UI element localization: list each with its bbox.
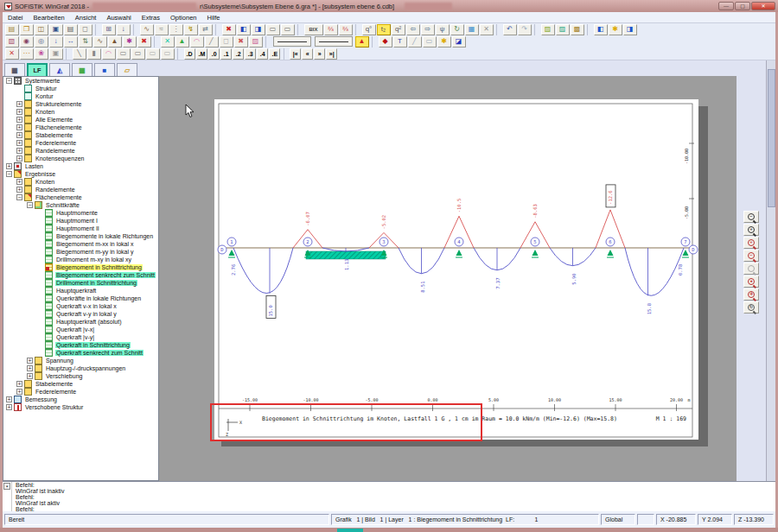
palette-c-button[interactable]: ▩ (571, 24, 584, 35)
frame-b-button[interactable]: ▭ (281, 24, 295, 35)
menu-datei[interactable]: Datei (3, 14, 29, 22)
tab-print[interactable]: ▦ (4, 63, 25, 76)
nav-button-3[interactable]: »| (326, 48, 337, 60)
redraw-button[interactable]: ↻ (743, 301, 759, 314)
section-force-q-button[interactable]: q° (362, 24, 376, 35)
section-moment-button[interactable]: t₂ (377, 24, 391, 35)
regen-button[interactable]: ↻ (450, 24, 464, 35)
layer-digit-button-D[interactable]: .D (184, 48, 195, 60)
tree-item[interactable]: +Randelemente (3, 186, 158, 193)
frame-a-button[interactable]: ▭ (266, 24, 280, 35)
tree-item[interactable]: Drillmoment m-xy in lokal xy (3, 256, 158, 263)
zoom-previous-button[interactable] (743, 263, 759, 275)
expand-icon[interactable]: + (16, 155, 22, 162)
diag-line-button[interactable]: ╱ (205, 36, 219, 48)
tab-lf[interactable]: LF (27, 63, 48, 76)
section-force-q2-button[interactable]: q² (392, 24, 405, 35)
fit-width-button[interactable]: ↔ (64, 36, 78, 48)
tree-item[interactable]: +Knoten (3, 178, 158, 186)
expand-icon[interactable]: + (16, 117, 22, 123)
scale-66a-button[interactable]: ⅔ (324, 24, 338, 35)
expand-icon[interactable]: + (16, 132, 22, 138)
draw-line-button[interactable]: ╱ (408, 36, 422, 48)
tree-item[interactable]: +Strukturelemente (3, 100, 158, 108)
tree-item[interactable]: Biegemomente in lokale Richtungen (3, 232, 158, 240)
expand-icon[interactable]: + (16, 148, 22, 154)
tree-item[interactable]: +Federelemente (3, 139, 158, 147)
palette-a-button[interactable]: ▨ (541, 24, 555, 35)
print-button[interactable]: ▤ (64, 24, 78, 35)
expand-icon[interactable]: + (16, 179, 22, 185)
scale-66b-button[interactable]: ⅔ (339, 24, 353, 35)
renumber-button[interactable]: ⇅ (79, 36, 92, 48)
menu-bearbeiten[interactable]: Bearbeiten (29, 14, 70, 22)
move-down-button[interactable]: ↓ (49, 36, 63, 48)
help-blue-button[interactable]: ◨ (623, 24, 637, 35)
layer-digit-button-2[interactable]: .2 (233, 48, 244, 60)
select-none-button[interactable]: ✕ (5, 48, 19, 60)
tree-item[interactable]: +Hauptzug-/-druckspannungen (3, 364, 158, 372)
tree-item[interactable]: Hauptmoment II (3, 225, 158, 232)
select-area-button[interactable]: ▧ (5, 36, 19, 48)
anchor-tool-button[interactable]: ψ (436, 24, 450, 35)
tree-item[interactable]: Kontur (3, 92, 158, 100)
view-solid-button[interactable]: ◧ (237, 24, 251, 35)
rect-d-button[interactable]: ▭ (161, 48, 175, 60)
zoom-pan-button[interactable]: ✛ (743, 288, 759, 301)
flower-select-button[interactable]: ❀ (35, 48, 48, 60)
expand-icon[interactable]: + (16, 109, 22, 115)
polyline-button[interactable]: ∿ (140, 24, 154, 35)
save-button[interactable]: ▣ (49, 24, 63, 35)
line-diag-button[interactable]: ╲ (73, 48, 86, 60)
curve-tool-button[interactable]: ∿ (93, 36, 107, 48)
line-style-sample-button[interactable] (273, 36, 311, 47)
zoom-doc-button[interactable]: ◉ (20, 36, 34, 48)
tree-item[interactable]: +Stabelemente (3, 380, 158, 388)
expand-icon[interactable]: + (27, 373, 33, 379)
expand-icon[interactable]: + (16, 140, 22, 146)
delete-view-button[interactable]: ✖ (137, 36, 151, 48)
tree-item[interactable]: +Verschiebung (3, 372, 158, 380)
tab-folder[interactable]: ▱ (117, 63, 137, 76)
star-gold-button[interactable]: ✱ (609, 24, 622, 35)
tree-item[interactable]: +Stabelemente (3, 131, 158, 139)
tab-results[interactable]: ◭ (49, 63, 70, 76)
print-preview-button[interactable]: ◻ (79, 24, 92, 35)
zoom-page-button[interactable]: ◎ (35, 36, 48, 48)
layer-digit-button-3[interactable]: .3 (245, 48, 256, 60)
tree-item[interactable]: Querkraft senkrecht zum Schnitt (3, 349, 158, 357)
tree-item[interactable]: Biegemoment in Schnittrichtung (3, 263, 158, 271)
minimize-button[interactable]: — (718, 2, 734, 10)
tree-item[interactable]: +Lasten (3, 162, 158, 170)
tree-item[interactable]: Querkraft |v-y| (3, 333, 158, 341)
tree-item[interactable]: Biegemoment m-xx in lokal x (3, 240, 158, 248)
spline-button[interactable]: ≈ (155, 24, 169, 35)
nav-button-2[interactable]: » (314, 48, 325, 60)
hatch-pink-button[interactable]: ▨ (249, 36, 263, 48)
line-weight-sample-button[interactable] (315, 36, 353, 47)
expand-icon[interactable]: + (6, 404, 12, 410)
light-tool-button[interactable]: ✱ (437, 36, 451, 48)
flag-blue-button[interactable]: ◪ (452, 36, 466, 48)
tree-item[interactable]: Querkraft v-x in lokal x (3, 302, 158, 310)
tree-item[interactable]: Hauptmoment I (3, 217, 158, 225)
splitter-handle[interactable]: ▪ (3, 483, 10, 490)
menu-optionen[interactable]: Optionen (165, 14, 201, 22)
layer-digit-button-0[interactable]: .0 (208, 48, 220, 60)
rect-b-button[interactable]: ▭ (131, 48, 145, 60)
peaks-button[interactable]: ▲ (108, 36, 122, 48)
expand-icon[interactable]: + (16, 389, 22, 395)
expand-icon[interactable]: + (16, 381, 22, 387)
dots-orange-button[interactable]: ⋯ (20, 48, 34, 60)
tree-item[interactable]: +Flächenelemente (3, 124, 158, 131)
tree-item[interactable]: +Spannung (3, 357, 158, 364)
star-dots-button[interactable]: ✱ (123, 36, 137, 48)
scrollbar-thumb[interactable] (768, 69, 775, 207)
help-select-button[interactable]: ◧ (594, 24, 608, 35)
palette-b-button[interactable]: ▨ (556, 24, 570, 35)
expand-icon[interactable]: + (16, 124, 22, 130)
tree-item[interactable]: −Systemwerte (3, 77, 158, 85)
zoom-window-button[interactable]: + (743, 237, 759, 249)
collapse-icon[interactable]: − (6, 171, 12, 177)
expand-icon[interactable]: + (16, 101, 22, 107)
